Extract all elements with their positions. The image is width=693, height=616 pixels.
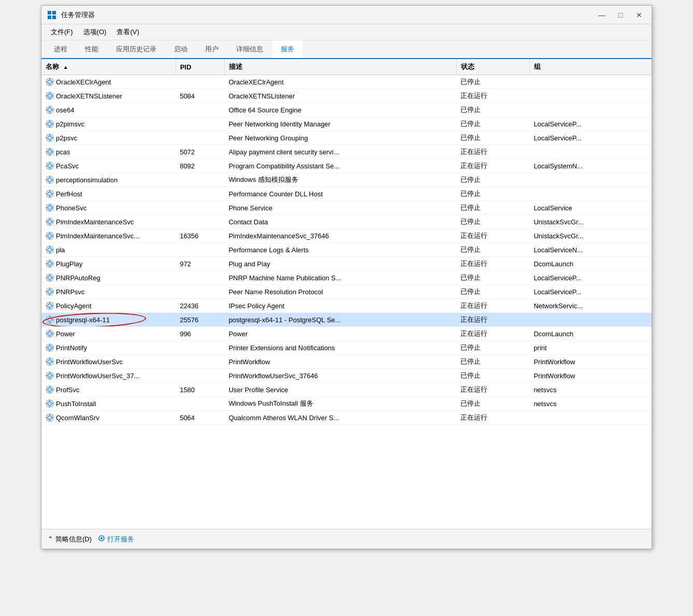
cell-desc: OracleXETNSListener: [224, 89, 456, 103]
close-button[interactable]: ✕: [632, 9, 646, 21]
table-row[interactable]: PolicyAgent 22436IPsec Policy Agent正在运行N…: [41, 299, 652, 313]
cell-group: PrintWorkflow: [529, 369, 652, 383]
table-row[interactable]: pcas 5072Alipay payment client security …: [41, 145, 652, 159]
table-row[interactable]: ProfSvc 1580User Profile Service正在运行nets…: [41, 383, 652, 397]
tab-details[interactable]: 详细信息: [228, 40, 271, 59]
open-services-link[interactable]: 打开服务: [98, 535, 134, 544]
cell-pid: 1580: [176, 383, 224, 397]
cell-name: OracleXEClrAgent: [41, 75, 176, 89]
table-row[interactable]: perceptionsimulation Windows 感知模拟服务已停止: [41, 173, 652, 187]
cell-group: PrintWorkflow: [529, 355, 652, 369]
service-name: PhoneSvc: [56, 204, 86, 212]
table-row[interactable]: PrintNotify Printer Extensions and Notif…: [41, 341, 652, 355]
cell-name: p2pimsvc: [41, 117, 176, 131]
table-row[interactable]: QcomWlanSrv 5064Qualcomm Atheros WLAN Dr…: [41, 411, 652, 425]
table-wrapper: 名称 ▲ PID 描述 状态 组: [41, 59, 652, 425]
table-row[interactable]: PimIndexMaintenanceSvc... 16356PimIndexM…: [41, 229, 652, 243]
table-row[interactable]: PlugPlay 972Plug and Play正在运行DcomLaunch: [41, 257, 652, 271]
cell-desc: Contact Data: [224, 215, 456, 229]
sort-arrow-name: ▲: [63, 64, 68, 70]
menu-options[interactable]: 选项(O): [78, 25, 112, 39]
tab-performance[interactable]: 性能: [77, 40, 107, 59]
footer: ⌃ 简略信息(D) 打开服务: [41, 529, 652, 549]
table-row[interactable]: p2pimsvc Peer Networking Identity Manage…: [41, 117, 652, 131]
tab-users[interactable]: 用户: [197, 40, 227, 59]
services-icon: [98, 535, 105, 543]
cell-group: netsvcs: [529, 383, 652, 397]
svg-rect-3: [52, 16, 56, 19]
col-header-pid[interactable]: PID: [176, 59, 224, 75]
tab-startup[interactable]: 启动: [166, 40, 196, 59]
open-services-label: 打开服务: [107, 535, 134, 544]
service-name: PlugPlay: [56, 260, 82, 268]
table-row[interactable]: PNRPAutoReg PNRP Machine Name Publicatio…: [41, 271, 652, 285]
table-row[interactable]: PcaSvc 8092Program Compatibility Assista…: [41, 159, 652, 173]
cell-desc: PrintWorkflowUserSvc_37646: [224, 369, 456, 383]
service-name: PcaSvc: [56, 162, 79, 170]
cell-name: PushToInstall: [41, 397, 176, 411]
title-bar: 任务管理器 — □ ✕: [41, 6, 652, 24]
cell-status: 已停止: [456, 285, 529, 299]
cell-desc: Printer Extensions and Notifications: [224, 341, 456, 355]
service-name: PushToInstall: [56, 400, 96, 408]
tab-processes[interactable]: 进程: [46, 40, 76, 59]
cell-group: LocalServiceN...: [529, 243, 652, 257]
menu-view[interactable]: 查看(V): [111, 25, 144, 39]
table-row[interactable]: OracleXETNSListener 5084OracleXETNSListe…: [41, 89, 652, 103]
cell-pid: 5084: [176, 89, 224, 103]
table-row[interactable]: postgresql-x64-11 25576postgresql-x64-11…: [41, 313, 652, 327]
col-header-desc[interactable]: 描述: [224, 59, 456, 75]
cell-status: 已停止: [456, 271, 529, 285]
service-icon: [46, 134, 54, 142]
cell-pid: 5072: [176, 145, 224, 159]
service-icon: [46, 274, 54, 282]
tab-app-history[interactable]: 应用历史记录: [108, 40, 165, 59]
col-header-name[interactable]: 名称 ▲: [41, 59, 176, 75]
table-row[interactable]: PhoneSvc Phone Service已停止LocalService: [41, 201, 652, 215]
service-name: postgresql-x64-11: [56, 316, 110, 324]
table-row[interactable]: PerfHost Performance Counter DLL Host已停止: [41, 187, 652, 201]
table-row[interactable]: p2psvc Peer Networking Grouping已停止LocalS…: [41, 131, 652, 145]
cell-status: 正在运行: [456, 411, 529, 425]
maximize-button[interactable]: □: [613, 9, 628, 21]
service-icon: [46, 385, 54, 394]
table-row[interactable]: PushToInstall Windows PushToInstall 服务已停…: [41, 397, 652, 411]
service-name: Power: [56, 330, 75, 338]
tab-services[interactable]: 服务: [272, 40, 302, 59]
service-name: ProfSvc: [56, 386, 80, 394]
service-icon: [46, 190, 54, 198]
service-name: PNRPAutoReg: [56, 274, 100, 282]
service-icon: [46, 176, 54, 184]
cell-status: 正在运行: [456, 383, 529, 397]
table-row[interactable]: OracleXEClrAgent OracleXEClrAgent已停止: [41, 75, 652, 89]
menu-file[interactable]: 文件(F): [46, 25, 78, 39]
table-row[interactable]: pla Performance Logs & Alerts已停止LocalSer…: [41, 243, 652, 257]
cell-name: PNRPAutoReg: [41, 271, 176, 285]
table-row[interactable]: PrintWorkflowUserSvc PrintWorkflow已停止Pri…: [41, 355, 652, 369]
minimize-button[interactable]: —: [595, 9, 609, 21]
expand-info-button[interactable]: ⌃ 简略信息(D): [48, 535, 92, 544]
cell-status: 已停止: [456, 215, 529, 229]
cell-pid: [176, 131, 224, 145]
col-header-group[interactable]: 组: [529, 59, 652, 75]
cell-group: netsvcs: [529, 397, 652, 411]
cell-group: LocalService: [529, 201, 652, 215]
cell-desc: OracleXEClrAgent: [224, 75, 456, 89]
table-row[interactable]: ose64 Office 64 Source Engine已停止: [41, 103, 652, 117]
cell-group: LocalServiceP...: [529, 117, 652, 131]
service-icon: [46, 316, 54, 324]
cell-group: [529, 187, 652, 201]
cell-status: 正在运行: [456, 257, 529, 271]
cell-status: 已停止: [456, 117, 529, 131]
cell-status: 已停止: [456, 397, 529, 411]
cell-name: PNRPsvc: [41, 285, 176, 299]
title-bar-left: 任务管理器: [47, 10, 95, 20]
services-table-container[interactable]: 名称 ▲ PID 描述 状态 组: [41, 59, 652, 425]
table-row[interactable]: PimIndexMaintenanceSvc Contact Data已停止Un…: [41, 215, 652, 229]
table-row[interactable]: PNRPsvc Peer Name Resolution Protocol已停止…: [41, 285, 652, 299]
table-row[interactable]: Power 996Power正在运行DcomLaunch: [41, 327, 652, 341]
table-row[interactable]: PrintWorkflowUserSvc_37... PrintWorkflow…: [41, 369, 652, 383]
cell-group: UnistackSvcGr...: [529, 215, 652, 229]
col-header-status[interactable]: 状态: [456, 59, 529, 75]
service-name: QcomWlanSrv: [56, 414, 99, 422]
